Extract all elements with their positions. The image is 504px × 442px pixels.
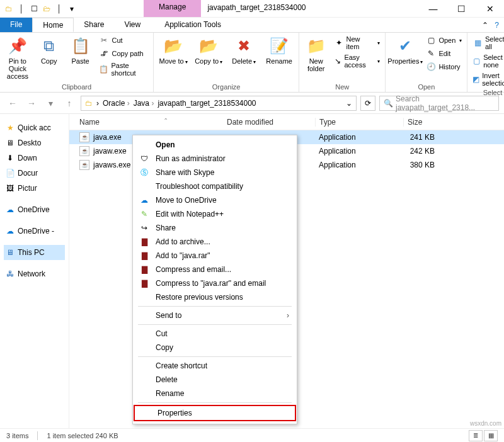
sidebar-item-desktop[interactable]: 🖥Deskto	[4, 135, 65, 150]
addr-dropdown[interactable]: ⌄	[346, 99, 352, 108]
ctx-send-to[interactable]: Send to›	[133, 309, 297, 322]
col-date-label: Date modified	[227, 118, 315, 127]
ctx-restore[interactable]: Restore previous versions	[133, 290, 297, 304]
sidebar-item-quick-access[interactable]: ★Quick acc	[4, 120, 65, 135]
breadcrumb-0[interactable]: Oracle	[103, 99, 130, 108]
file-name-2: javaws.exe	[93, 161, 130, 169]
cut-button[interactable]: ✂Cut	[98, 35, 149, 46]
folder-open-icon[interactable]: 🗁	[42, 4, 52, 14]
pin-button[interactable]: 📌 Pin to Quick access	[4, 35, 32, 81]
ctx-share[interactable]: ↪Share	[133, 221, 297, 235]
copy-path-button[interactable]: 🖇Copy path	[98, 48, 149, 59]
ctx-sep-1	[138, 306, 292, 307]
view-large-button[interactable]: ▦	[484, 430, 498, 441]
ctx-shortcut[interactable]: Create shortcut	[133, 359, 297, 373]
recent-dropdown[interactable]: ▾	[43, 96, 58, 111]
minimize-button[interactable]: —	[419, 0, 447, 17]
ctx-open[interactable]: Open	[133, 138, 297, 152]
qat-dropdown[interactable]: ▾	[67, 4, 77, 14]
refresh-button[interactable]: ⟳	[360, 96, 375, 111]
ctx-cut[interactable]: Cut	[133, 327, 297, 341]
breadcrumb-1[interactable]: Java	[134, 99, 154, 108]
new-item-button[interactable]: ✦New item▾	[333, 35, 381, 51]
folder-icon: 🗀	[4, 4, 14, 14]
move-to-button[interactable]: 📂Move to▾	[158, 35, 189, 67]
properties-button[interactable]: ✔Properties▾	[389, 35, 421, 67]
breadcrumb-2[interactable]: javapath_target_2318534000	[158, 99, 256, 108]
ctx-properties[interactable]: Properties	[135, 406, 295, 420]
paste-button[interactable]: 📋 Paste	[67, 35, 94, 66]
ctx-share-label: Share	[156, 224, 176, 232]
search-box[interactable]: 🔍 Search javapath_target_2318...	[379, 96, 499, 111]
copy-to-button[interactable]: 📂Copy to▾	[193, 35, 224, 67]
tab-home[interactable]: Home	[32, 18, 74, 32]
ctx-shortcut-label: Create shortcut	[156, 361, 207, 370]
ctx-open-label: Open	[156, 140, 175, 149]
tab-share[interactable]: Share	[74, 18, 114, 32]
copypath-label: Copy path	[112, 50, 143, 57]
search-icon: 🔍	[384, 99, 393, 108]
ctx-notepad[interactable]: ✎Edit with Notepad++	[133, 207, 297, 221]
view-details-button[interactable]: ≣	[469, 430, 483, 441]
invert-selection-button[interactable]: ◩Invert selection	[471, 71, 504, 88]
new-folder-button[interactable]: 📁New folder	[303, 35, 329, 74]
ctx-runadmin-label: Run as administrator	[156, 154, 226, 163]
ctx-onedrive[interactable]: ☁Move to OneDrive	[133, 193, 297, 207]
newfolder-label: New folder	[304, 57, 328, 72]
ctx-delete[interactable]: Delete	[133, 373, 297, 387]
delete-button[interactable]: ✖Delete▾	[228, 35, 260, 67]
sort-indicator: ˆ	[164, 118, 167, 127]
ctx-delete-label: Delete	[156, 375, 178, 384]
ctx-archive[interactable]: ▇Add to archive...	[133, 235, 297, 249]
sidebar-item-this-pc[interactable]: 🖥This PC	[4, 245, 65, 260]
column-headers[interactable]: Name ˆ Date modified Type Size	[69, 114, 504, 130]
ribbon-collapse-button[interactable]: ⌃	[482, 21, 488, 30]
edit-button[interactable]: ✎Edit	[425, 48, 463, 59]
select-none-button[interactable]: ▢Select none	[471, 53, 504, 69]
sidebar-item-documents[interactable]: 📄Docur	[4, 166, 65, 181]
open-label: Open	[438, 37, 455, 44]
ctx-javarar[interactable]: ▇Add to "java.rar"	[133, 249, 297, 263]
address-bar[interactable]: 🗀 › Oracle Java javapath_target_23185340…	[81, 96, 357, 111]
ctx-skype[interactable]: ⓈShare with Skype	[133, 166, 297, 179]
down-label: Down	[18, 154, 37, 162]
ctx-copy[interactable]: Copy	[133, 341, 297, 354]
history-button[interactable]: 🕘History	[425, 61, 463, 72]
tab-application-tools[interactable]: Application Tools	[154, 18, 231, 32]
up-button[interactable]: ↑	[62, 96, 77, 111]
back-button[interactable]: ←	[5, 96, 20, 111]
open-button[interactable]: ▢Open▾	[425, 35, 463, 46]
ctx-restore-label: Restore previous versions	[156, 293, 243, 302]
selectnone-icon: ▢	[472, 56, 481, 66]
easy-access-button[interactable]: ↘Easy access▾	[333, 53, 381, 69]
sidebar-item-onedrive[interactable]: ☁OneDrive	[4, 202, 65, 217]
cloud-icon: ☁	[5, 205, 15, 215]
checkbox-icon[interactable]: ☐	[29, 4, 39, 14]
sidebar-item-downloads[interactable]: ⬇Down	[4, 150, 65, 166]
selectnone-label: Select none	[483, 54, 504, 69]
paste-shortcut-button[interactable]: 📋Paste shortcut	[98, 61, 149, 77]
star-icon: ★	[5, 123, 15, 133]
ctx-run-admin[interactable]: 🛡Run as administrator	[133, 152, 297, 166]
file-type-2: Application	[315, 161, 403, 169]
file-type-0: Application	[315, 133, 403, 142]
tab-file[interactable]: File	[0, 18, 32, 32]
ctx-rename[interactable]: Rename	[133, 387, 297, 400]
tab-view[interactable]: View	[114, 18, 151, 32]
ctx-compress-javarar[interactable]: ▇Compress to "java.rar" and email	[133, 276, 297, 290]
forward-button[interactable]: →	[24, 96, 39, 111]
rename-button[interactable]: 📝Rename	[263, 35, 295, 66]
sidebar-item-pictures[interactable]: 🖼Pictur	[4, 181, 65, 196]
watermark: wsxdn.com	[470, 420, 501, 427]
maximize-button[interactable]: ☐	[447, 0, 476, 17]
select-all-button[interactable]: ▦Select all	[471, 35, 504, 51]
copy-button[interactable]: ⧉ Copy	[35, 35, 63, 66]
rar-icon: ▇	[139, 264, 149, 275]
help-button[interactable]: ?	[495, 21, 499, 30]
ctx-troubleshoot[interactable]: Troubleshoot compatibility	[133, 179, 297, 193]
edit-label: Edit	[438, 50, 450, 57]
sidebar-item-network[interactable]: 🖧Network	[4, 266, 65, 281]
ctx-compress-email[interactable]: ▇Compress and email...	[133, 263, 297, 276]
sidebar-item-onedrive-2[interactable]: ☁OneDrive -	[4, 224, 65, 239]
close-button[interactable]: ✕	[476, 0, 504, 17]
